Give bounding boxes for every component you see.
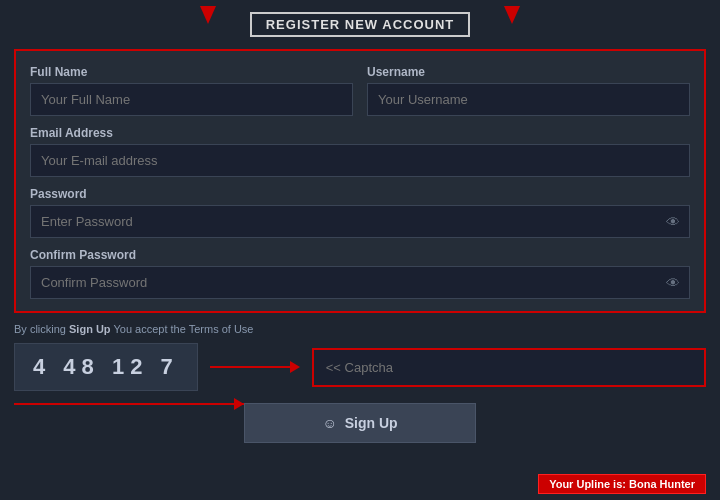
captcha-display: 4 48 12 7 — [14, 343, 198, 391]
user-icon: ☺ — [322, 415, 336, 431]
password-input[interactable] — [30, 205, 690, 238]
username-label: Username — [367, 65, 690, 79]
captcha-arrow — [210, 361, 300, 373]
full-name-input[interactable] — [30, 83, 353, 116]
email-field-group: Email Address — [30, 126, 690, 177]
password-input-wrapper: 👁︎ — [30, 205, 690, 238]
email-input[interactable] — [30, 144, 690, 177]
full-name-label: Full Name — [30, 65, 353, 79]
captcha-row: 4 48 12 7 — [14, 343, 706, 395]
confirm-password-label: Confirm Password — [30, 248, 690, 262]
captcha-input-wrapper — [312, 348, 706, 387]
signup-button[interactable]: ☺ Sign Up — [244, 403, 476, 443]
registration-form: Full Name Username Email Address Passwor… — [14, 49, 706, 313]
terms-signup-bold: Sign Up — [69, 323, 111, 335]
username-input[interactable] — [367, 83, 690, 116]
confirm-password-input[interactable] — [30, 266, 690, 299]
confirm-password-input-wrapper: 👁︎ — [30, 266, 690, 299]
password-field-group: Password 👁︎ — [30, 187, 690, 238]
arrow-right-icon — [504, 6, 520, 24]
password-toggle-icon[interactable]: 👁︎ — [666, 214, 680, 230]
title-bar: REGISTER NEW ACCOUNT — [14, 10, 706, 41]
terms-text: By clicking Sign Up You accept the Terms… — [14, 321, 706, 335]
name-username-row: Full Name Username — [30, 65, 690, 116]
upline-banner: Your Upline is: Bona Hunter — [538, 474, 706, 494]
full-name-field-group: Full Name — [30, 65, 353, 116]
email-label: Email Address — [30, 126, 690, 140]
password-label: Password — [30, 187, 690, 201]
signup-arrow-line — [14, 403, 244, 405]
confirm-password-field-group: Confirm Password 👁︎ — [30, 248, 690, 299]
confirm-password-toggle-icon[interactable]: 👁︎ — [666, 275, 680, 291]
arrow-left-icon — [200, 6, 216, 24]
username-field-group: Username — [367, 65, 690, 116]
captcha-input[interactable] — [314, 350, 704, 385]
page-title: REGISTER NEW ACCOUNT — [250, 12, 471, 37]
signup-row: ☺ Sign Up — [14, 403, 706, 443]
